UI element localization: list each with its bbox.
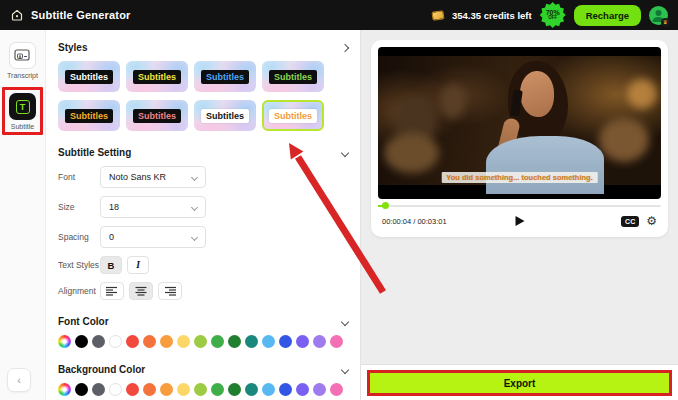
font-label: Font (58, 172, 100, 182)
coin-icon (431, 10, 444, 21)
color-wheel-swatch[interactable] (58, 335, 71, 348)
video-frame[interactable]: You did something... touched something. (378, 47, 661, 199)
style-tile-label: Subtitles (133, 70, 181, 84)
background-color-swatches (58, 383, 348, 396)
align-left-button[interactable] (100, 282, 124, 300)
style-tile-1[interactable]: Subtitles (58, 61, 120, 92)
color-swatch[interactable] (330, 383, 343, 396)
style-tile-3[interactable]: Subtitles (194, 61, 256, 92)
color-swatch[interactable] (109, 383, 122, 396)
style-tile-label: Subtitles (65, 70, 113, 84)
color-swatch[interactable] (245, 383, 258, 396)
sidebar-item-subtitle[interactable]: T Subtitle (9, 93, 36, 130)
chevron-down-icon[interactable] (341, 148, 349, 156)
alignment-label: Alignment (58, 286, 100, 296)
video-still (378, 56, 661, 185)
color-swatch[interactable] (194, 335, 207, 348)
color-swatch[interactable] (143, 335, 156, 348)
subtitle-icon: T (9, 93, 36, 120)
chevron-down-icon[interactable] (341, 365, 349, 373)
export-bar: Export (361, 364, 678, 400)
color-swatch[interactable] (228, 383, 241, 396)
chevron-down-icon (191, 173, 198, 180)
style-tile-label: Subtitles (201, 70, 249, 84)
color-swatch[interactable] (313, 335, 326, 348)
settings-panel: Styles SubtitlesSubtitlesSubtitlesSubtit… (46, 30, 361, 400)
svg-text:A: A (19, 53, 22, 58)
chevron-right-icon[interactable] (341, 43, 349, 51)
size-label: Size (58, 202, 100, 212)
home-logo-icon[interactable] (10, 8, 24, 22)
collapse-sidebar-button[interactable]: ‹ (7, 368, 31, 392)
color-swatch[interactable] (160, 383, 173, 396)
align-center-button[interactable] (129, 282, 153, 300)
color-swatch[interactable] (330, 335, 343, 348)
font-color-title: Font Color (58, 316, 109, 327)
color-swatch[interactable] (262, 335, 275, 348)
discount-off-label: OFF (548, 16, 557, 21)
color-swatch[interactable] (296, 383, 309, 396)
style-tile-5[interactable]: Subtitles (58, 100, 120, 131)
color-swatch[interactable] (143, 383, 156, 396)
style-tile-7[interactable]: Subtitles (194, 100, 256, 131)
subject-shirt (486, 136, 604, 194)
style-tile-label: Subtitles (269, 70, 317, 84)
italic-button[interactable]: I (127, 256, 149, 274)
style-tile-label: Subtitles (269, 109, 317, 123)
spacing-select[interactable]: 0 (100, 226, 206, 248)
sidebar-item-transcript[interactable]: A Transcript (7, 42, 38, 79)
color-swatch[interactable] (279, 335, 292, 348)
credits-left-text: 354.35 credits left (452, 10, 532, 21)
color-swatch[interactable] (313, 383, 326, 396)
align-right-icon (164, 286, 176, 296)
crown-badge-icon: ♛ (661, 18, 670, 27)
color-wheel-swatch[interactable] (58, 383, 71, 396)
background-color-title: Background Color (58, 364, 145, 375)
bold-button[interactable]: B (100, 256, 122, 274)
sidebar-label-subtitle: Subtitle (11, 123, 34, 130)
font-select[interactable]: Noto Sans KR (100, 166, 206, 188)
color-swatch[interactable] (211, 335, 224, 348)
seek-handle[interactable] (382, 202, 389, 209)
color-swatch[interactable] (245, 335, 258, 348)
style-tile-2[interactable]: Subtitles (126, 61, 188, 92)
color-swatch[interactable] (160, 335, 173, 348)
font-color-swatches (58, 335, 348, 348)
video-player-card: You did something... touched something. … (371, 40, 668, 237)
color-swatch[interactable] (279, 383, 292, 396)
color-swatch[interactable] (75, 383, 88, 396)
color-swatch[interactable] (75, 335, 88, 348)
align-right-button[interactable] (158, 282, 182, 300)
style-tile-label: Subtitles (133, 109, 181, 123)
style-tile-label: Subtitles (201, 109, 249, 123)
color-swatch[interactable] (228, 335, 241, 348)
text-styles-label: Text Styles (58, 260, 100, 270)
color-swatch[interactable] (296, 335, 309, 348)
color-swatch[interactable] (177, 383, 190, 396)
color-swatch[interactable] (126, 335, 139, 348)
export-button[interactable]: Export (370, 373, 669, 393)
play-button[interactable] (515, 216, 524, 226)
color-swatch[interactable] (126, 383, 139, 396)
color-swatch[interactable] (92, 335, 105, 348)
sidebar-label-transcript: Transcript (7, 72, 38, 79)
color-swatch[interactable] (211, 383, 224, 396)
color-swatch[interactable] (262, 383, 275, 396)
color-swatch[interactable] (194, 383, 207, 396)
style-tile-6[interactable]: Subtitles (126, 100, 188, 131)
cc-button[interactable]: CC (621, 216, 639, 227)
color-swatch[interactable] (92, 383, 105, 396)
chevron-down-icon[interactable] (341, 317, 349, 325)
left-icon-sidebar: A Transcript T Subtitle ‹ (0, 30, 46, 400)
discount-badge[interactable]: 70% OFF (540, 2, 566, 28)
recharge-button[interactable]: Recharge (574, 5, 641, 26)
color-swatch[interactable] (177, 335, 190, 348)
seek-bar[interactable] (378, 202, 661, 209)
style-tile-4[interactable]: Subtitles (262, 61, 324, 92)
color-swatch[interactable] (109, 335, 122, 348)
size-select[interactable]: 18 (100, 196, 206, 218)
style-tile-8-selected[interactable]: Subtitles (262, 100, 324, 131)
avatar[interactable]: ♛ (649, 6, 668, 25)
preview-panel: You did something... touched something. … (361, 30, 678, 400)
gear-icon[interactable]: ⚙ (646, 215, 657, 227)
